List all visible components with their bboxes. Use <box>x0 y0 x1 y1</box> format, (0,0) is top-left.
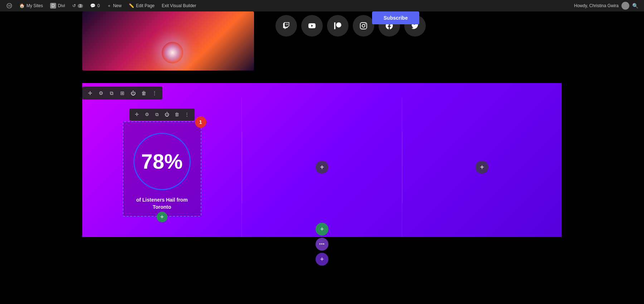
module-more-btn[interactable]: ⋮ <box>182 110 192 119</box>
bottom-controls: + ••• + <box>316 223 328 266</box>
add-section-below-btn[interactable]: + <box>316 253 328 266</box>
cta-button-area: Subscribe <box>372 11 419 24</box>
wp-logo[interactable]: W <box>3 0 16 11</box>
hero-image <box>82 11 254 71</box>
builder-section: ✛ ⚙ ⧉ ⊞ ⏻ 🗑 ⋮ ✛ ⚙ ⧉ ⏻ 🗑 ⋮ <box>82 83 562 237</box>
row-power-btn[interactable]: ⏻ <box>128 88 138 98</box>
admin-bar: W 🏠 My Sites D Divi ↺ 3 💬 0 ＋ New ✏️ Edi… <box>0 0 644 11</box>
revisions-menu[interactable]: ↺ 3 <box>69 0 87 11</box>
notification-badge: 1 <box>195 116 206 128</box>
edit-page-btn[interactable]: ✏️ Edit Page <box>125 0 158 11</box>
stat-circle: 78% <box>133 133 191 190</box>
twitch-button[interactable] <box>275 15 297 37</box>
row-grid-btn[interactable]: ⊞ <box>117 88 127 98</box>
divi-label: Divi <box>58 3 65 8</box>
module-toolbar: ✛ ⚙ ⧉ ⏻ 🗑 ⋮ <box>130 108 195 121</box>
module-settings-btn[interactable]: ⚙ <box>142 110 152 119</box>
row-toolbar: ✛ ⚙ ⧉ ⊞ ⏻ 🗑 ⋮ <box>82 87 162 100</box>
more-options-btn[interactable]: ••• <box>316 238 328 251</box>
my-sites-menu[interactable]: 🏠 My Sites <box>16 0 47 11</box>
row-delete-btn[interactable]: 🗑 <box>139 88 149 98</box>
edit-page-label: Edit Page <box>136 3 155 8</box>
subscribe-button[interactable]: Subscribe <box>372 11 419 24</box>
svg-text:W: W <box>8 4 11 8</box>
add-module-btn[interactable]: + <box>157 212 167 222</box>
column-3-add-btn[interactable]: + <box>475 161 488 174</box>
patreon-button[interactable] <box>327 15 348 37</box>
house-icon: 🏠 <box>19 3 25 8</box>
row-move-btn[interactable]: ✛ <box>85 88 95 98</box>
row-more-btn[interactable]: ⋮ <box>150 88 160 98</box>
module-delete-btn[interactable]: 🗑 <box>172 110 182 119</box>
main-content: Subscribe <box>0 11 644 304</box>
row-settings-btn[interactable]: ⚙ <box>96 88 106 98</box>
search-icon[interactable]: 🔍 <box>632 3 638 9</box>
youtube-button[interactable] <box>301 15 323 37</box>
my-sites-label: My Sites <box>26 3 43 8</box>
divi-menu[interactable]: D Divi <box>47 0 69 11</box>
add-section-above-btn[interactable]: + <box>316 223 328 236</box>
revisions-count: 3 <box>78 4 83 8</box>
avatar <box>621 2 629 10</box>
new-menu[interactable]: ＋ New <box>103 0 125 11</box>
column-1: ✛ ⚙ ⧉ ⏻ 🗑 ⋮ 1 78% <box>82 97 242 237</box>
exit-label: Exit Visual Builder <box>162 3 196 8</box>
stat-card: ✛ ⚙ ⧉ ⏻ 🗑 ⋮ 1 78% <box>123 121 201 217</box>
stat-label: of Listeners Hail from Toronto <box>136 197 188 211</box>
revisions-icon: ↺ <box>72 3 76 8</box>
column-3: + <box>402 97 562 237</box>
exit-builder-btn[interactable]: Exit Visual Builder <box>158 0 200 11</box>
module-move-btn[interactable]: ✛ <box>132 110 142 119</box>
stat-number: 78% <box>141 151 183 172</box>
admin-bar-right: Howdy, Christina Gwira 🔍 <box>574 2 641 10</box>
comments-count: 0 <box>97 3 100 8</box>
instagram-button[interactable] <box>353 15 374 37</box>
comment-icon: 💬 <box>90 3 96 8</box>
columns-container: ✛ ⚙ ⧉ ⏻ 🗑 ⋮ 1 78% <box>82 83 562 237</box>
comments-menu[interactable]: 💬 0 <box>87 0 103 11</box>
column-2-add-btn[interactable]: + <box>316 161 328 174</box>
divi-icon: D <box>50 3 56 9</box>
top-section: Subscribe <box>0 11 644 83</box>
row-clone-btn[interactable]: ⧉ <box>107 88 117 98</box>
module-clone-btn[interactable]: ⧉ <box>152 110 162 119</box>
plus-icon: ＋ <box>107 3 111 9</box>
pencil-icon: ✏️ <box>129 3 134 8</box>
column-2: + <box>242 97 402 237</box>
howdy-label: Howdy, Christina Gwira <box>574 3 619 8</box>
new-label: New <box>113 3 122 8</box>
module-power-btn[interactable]: ⏻ <box>162 110 172 119</box>
